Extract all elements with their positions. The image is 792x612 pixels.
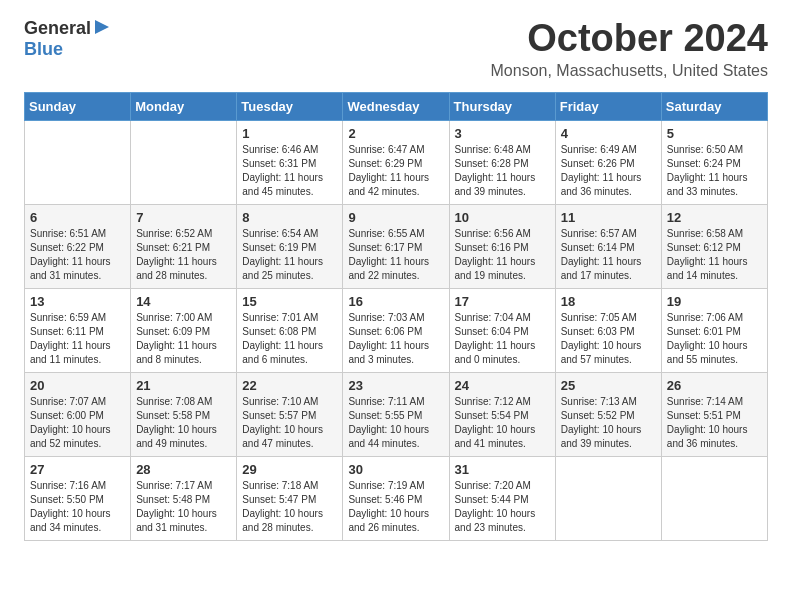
day-info: Sunrise: 6:55 AM Sunset: 6:17 PM Dayligh… xyxy=(348,227,443,283)
day-info: Sunrise: 7:10 AM Sunset: 5:57 PM Dayligh… xyxy=(242,395,337,451)
calendar-cell: 19Sunrise: 7:06 AM Sunset: 6:01 PM Dayli… xyxy=(661,288,767,372)
day-number: 9 xyxy=(348,210,443,225)
calendar-header: SundayMondayTuesdayWednesdayThursdayFrid… xyxy=(25,92,768,120)
day-number: 8 xyxy=(242,210,337,225)
day-info: Sunrise: 7:14 AM Sunset: 5:51 PM Dayligh… xyxy=(667,395,762,451)
calendar-cell: 20Sunrise: 7:07 AM Sunset: 6:00 PM Dayli… xyxy=(25,372,131,456)
calendar-cell: 28Sunrise: 7:17 AM Sunset: 5:48 PM Dayli… xyxy=(131,456,237,540)
header-day-wednesday: Wednesday xyxy=(343,92,449,120)
calendar-cell: 10Sunrise: 6:56 AM Sunset: 6:16 PM Dayli… xyxy=(449,204,555,288)
day-number: 17 xyxy=(455,294,550,309)
day-number: 19 xyxy=(667,294,762,309)
logo: General Blue xyxy=(24,18,111,60)
day-info: Sunrise: 7:11 AM Sunset: 5:55 PM Dayligh… xyxy=(348,395,443,451)
calendar-week-1: 6Sunrise: 6:51 AM Sunset: 6:22 PM Daylig… xyxy=(25,204,768,288)
day-info: Sunrise: 7:04 AM Sunset: 6:04 PM Dayligh… xyxy=(455,311,550,367)
title-block: October 2024 Monson, Massachusetts, Unit… xyxy=(491,18,768,80)
day-number: 5 xyxy=(667,126,762,141)
calendar-cell: 7Sunrise: 6:52 AM Sunset: 6:21 PM Daylig… xyxy=(131,204,237,288)
calendar-cell: 13Sunrise: 6:59 AM Sunset: 6:11 PM Dayli… xyxy=(25,288,131,372)
calendar-cell: 14Sunrise: 7:00 AM Sunset: 6:09 PM Dayli… xyxy=(131,288,237,372)
day-number: 18 xyxy=(561,294,656,309)
calendar-cell xyxy=(131,120,237,204)
day-number: 26 xyxy=(667,378,762,393)
header-day-sunday: Sunday xyxy=(25,92,131,120)
calendar-cell: 9Sunrise: 6:55 AM Sunset: 6:17 PM Daylig… xyxy=(343,204,449,288)
day-info: Sunrise: 7:12 AM Sunset: 5:54 PM Dayligh… xyxy=(455,395,550,451)
page-header: General Blue October 2024 Monson, Massac… xyxy=(0,0,792,88)
day-info: Sunrise: 7:19 AM Sunset: 5:46 PM Dayligh… xyxy=(348,479,443,535)
day-number: 15 xyxy=(242,294,337,309)
day-info: Sunrise: 6:50 AM Sunset: 6:24 PM Dayligh… xyxy=(667,143,762,199)
logo-blue-text: Blue xyxy=(24,40,63,60)
day-number: 2 xyxy=(348,126,443,141)
day-info: Sunrise: 6:47 AM Sunset: 6:29 PM Dayligh… xyxy=(348,143,443,199)
day-info: Sunrise: 6:52 AM Sunset: 6:21 PM Dayligh… xyxy=(136,227,231,283)
svg-marker-0 xyxy=(95,20,109,34)
calendar-cell: 17Sunrise: 7:04 AM Sunset: 6:04 PM Dayli… xyxy=(449,288,555,372)
day-info: Sunrise: 7:05 AM Sunset: 6:03 PM Dayligh… xyxy=(561,311,656,367)
month-title: October 2024 xyxy=(491,18,768,60)
calendar-cell: 27Sunrise: 7:16 AM Sunset: 5:50 PM Dayli… xyxy=(25,456,131,540)
header-day-friday: Friday xyxy=(555,92,661,120)
day-number: 28 xyxy=(136,462,231,477)
day-number: 6 xyxy=(30,210,125,225)
day-info: Sunrise: 6:46 AM Sunset: 6:31 PM Dayligh… xyxy=(242,143,337,199)
day-number: 25 xyxy=(561,378,656,393)
day-info: Sunrise: 7:18 AM Sunset: 5:47 PM Dayligh… xyxy=(242,479,337,535)
header-day-tuesday: Tuesday xyxy=(237,92,343,120)
calendar-cell: 1Sunrise: 6:46 AM Sunset: 6:31 PM Daylig… xyxy=(237,120,343,204)
calendar-cell: 5Sunrise: 6:50 AM Sunset: 6:24 PM Daylig… xyxy=(661,120,767,204)
calendar-cell xyxy=(25,120,131,204)
header-day-thursday: Thursday xyxy=(449,92,555,120)
day-info: Sunrise: 7:13 AM Sunset: 5:52 PM Dayligh… xyxy=(561,395,656,451)
header-day-monday: Monday xyxy=(131,92,237,120)
calendar-cell: 24Sunrise: 7:12 AM Sunset: 5:54 PM Dayli… xyxy=(449,372,555,456)
day-number: 20 xyxy=(30,378,125,393)
calendar-cell: 21Sunrise: 7:08 AM Sunset: 5:58 PM Dayli… xyxy=(131,372,237,456)
calendar-cell: 11Sunrise: 6:57 AM Sunset: 6:14 PM Dayli… xyxy=(555,204,661,288)
day-number: 30 xyxy=(348,462,443,477)
logo-icon xyxy=(93,18,111,36)
calendar-cell: 22Sunrise: 7:10 AM Sunset: 5:57 PM Dayli… xyxy=(237,372,343,456)
day-info: Sunrise: 7:01 AM Sunset: 6:08 PM Dayligh… xyxy=(242,311,337,367)
location-title: Monson, Massachusetts, United States xyxy=(491,62,768,80)
calendar-cell: 26Sunrise: 7:14 AM Sunset: 5:51 PM Dayli… xyxy=(661,372,767,456)
calendar-cell: 3Sunrise: 6:48 AM Sunset: 6:28 PM Daylig… xyxy=(449,120,555,204)
day-number: 10 xyxy=(455,210,550,225)
day-number: 24 xyxy=(455,378,550,393)
day-info: Sunrise: 6:49 AM Sunset: 6:26 PM Dayligh… xyxy=(561,143,656,199)
day-info: Sunrise: 7:17 AM Sunset: 5:48 PM Dayligh… xyxy=(136,479,231,535)
day-info: Sunrise: 7:16 AM Sunset: 5:50 PM Dayligh… xyxy=(30,479,125,535)
day-info: Sunrise: 7:00 AM Sunset: 6:09 PM Dayligh… xyxy=(136,311,231,367)
logo-general-text: General xyxy=(24,19,91,39)
day-number: 3 xyxy=(455,126,550,141)
day-number: 4 xyxy=(561,126,656,141)
day-info: Sunrise: 6:54 AM Sunset: 6:19 PM Dayligh… xyxy=(242,227,337,283)
calendar-cell: 30Sunrise: 7:19 AM Sunset: 5:46 PM Dayli… xyxy=(343,456,449,540)
calendar-week-4: 27Sunrise: 7:16 AM Sunset: 5:50 PM Dayli… xyxy=(25,456,768,540)
calendar-table: SundayMondayTuesdayWednesdayThursdayFrid… xyxy=(24,92,768,541)
calendar-cell: 2Sunrise: 6:47 AM Sunset: 6:29 PM Daylig… xyxy=(343,120,449,204)
calendar-week-2: 13Sunrise: 6:59 AM Sunset: 6:11 PM Dayli… xyxy=(25,288,768,372)
day-number: 27 xyxy=(30,462,125,477)
day-info: Sunrise: 7:06 AM Sunset: 6:01 PM Dayligh… xyxy=(667,311,762,367)
day-number: 14 xyxy=(136,294,231,309)
day-number: 16 xyxy=(348,294,443,309)
day-info: Sunrise: 6:56 AM Sunset: 6:16 PM Dayligh… xyxy=(455,227,550,283)
day-info: Sunrise: 7:07 AM Sunset: 6:00 PM Dayligh… xyxy=(30,395,125,451)
calendar-cell: 16Sunrise: 7:03 AM Sunset: 6:06 PM Dayli… xyxy=(343,288,449,372)
day-number: 1 xyxy=(242,126,337,141)
calendar-body: 1Sunrise: 6:46 AM Sunset: 6:31 PM Daylig… xyxy=(25,120,768,540)
header-day-saturday: Saturday xyxy=(661,92,767,120)
day-number: 12 xyxy=(667,210,762,225)
calendar-cell: 12Sunrise: 6:58 AM Sunset: 6:12 PM Dayli… xyxy=(661,204,767,288)
calendar-cell: 8Sunrise: 6:54 AM Sunset: 6:19 PM Daylig… xyxy=(237,204,343,288)
day-info: Sunrise: 7:03 AM Sunset: 6:06 PM Dayligh… xyxy=(348,311,443,367)
calendar-cell xyxy=(661,456,767,540)
calendar-wrapper: SundayMondayTuesdayWednesdayThursdayFrid… xyxy=(0,88,792,557)
calendar-cell: 29Sunrise: 7:18 AM Sunset: 5:47 PM Dayli… xyxy=(237,456,343,540)
calendar-cell: 15Sunrise: 7:01 AM Sunset: 6:08 PM Dayli… xyxy=(237,288,343,372)
day-info: Sunrise: 6:58 AM Sunset: 6:12 PM Dayligh… xyxy=(667,227,762,283)
calendar-cell xyxy=(555,456,661,540)
